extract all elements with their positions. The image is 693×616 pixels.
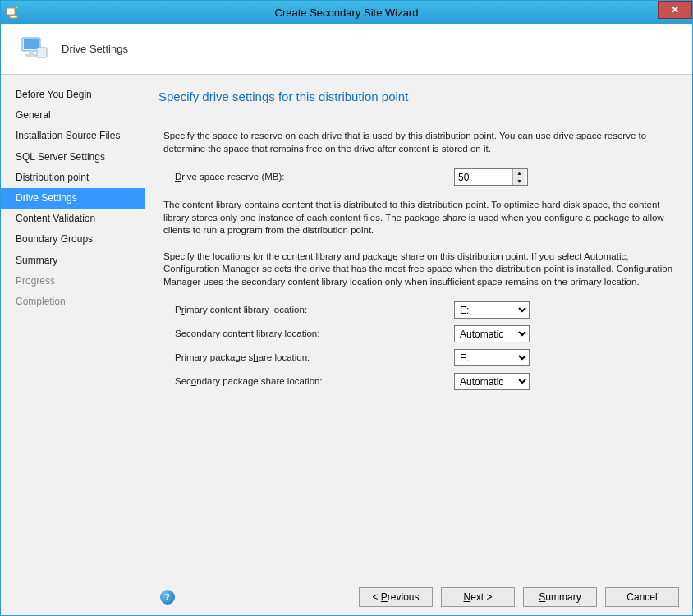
- wizard-sidebar: Before You Begin General Installation So…: [1, 75, 145, 579]
- spin-up-icon[interactable]: ▲: [513, 169, 525, 177]
- svg-point-2: [16, 7, 18, 9]
- intro-paragraph-3: Specify the locations for the content li…: [163, 251, 676, 289]
- sidebar-item-sql-server-settings[interactable]: SQL Server Settings: [1, 147, 145, 168]
- primary-share-row: Primary package share location: E:: [175, 349, 676, 366]
- sidebar-item-distribution-point[interactable]: Distribution point: [1, 168, 145, 188]
- secondary-share-select[interactable]: Automatic: [454, 373, 530, 390]
- intro-paragraph-2: The content library contains content tha…: [163, 199, 676, 237]
- titlebar: Create Secondary Site Wizard ✕: [1, 1, 692, 24]
- primary-content-label: Primary content library location:: [175, 304, 454, 317]
- svg-rect-6: [25, 54, 37, 57]
- wizard-header: Drive Settings: [1, 24, 692, 75]
- spin-down-icon[interactable]: ▼: [513, 177, 525, 185]
- secondary-content-label: Secondary content library location:: [175, 328, 454, 341]
- next-button[interactable]: Next >: [441, 587, 515, 607]
- primary-share-label: Primary package share location:: [175, 352, 454, 365]
- previous-button[interactable]: < Previous: [359, 587, 433, 607]
- sidebar-item-installation-source-files[interactable]: Installation Source Files: [1, 126, 145, 146]
- sidebar-item-before-you-begin[interactable]: Before You Begin: [1, 85, 145, 105]
- sidebar-item-content-validation[interactable]: Content Validation: [1, 209, 145, 229]
- help-icon[interactable]: ?: [160, 590, 175, 605]
- body: Before You Begin General Installation So…: [1, 75, 692, 579]
- sidebar-item-general[interactable]: General: [1, 105, 145, 126]
- primary-share-select[interactable]: E:: [454, 349, 530, 366]
- svg-rect-0: [7, 8, 15, 15]
- svg-rect-1: [10, 16, 17, 18]
- content-area: Specify the space to reserve on each dri…: [158, 130, 681, 397]
- intro-paragraph-1: Specify the space to reserve on each dri…: [163, 130, 676, 155]
- svg-rect-7: [37, 48, 47, 57]
- secondary-share-row: Secondary package share location: Automa…: [175, 373, 676, 390]
- page-heading: Specify drive settings for this distribu…: [158, 90, 681, 103]
- svg-rect-4: [24, 39, 39, 49]
- drive-space-input[interactable]: [455, 169, 512, 185]
- drive-space-label: Drive space reserve (MB):: [175, 171, 454, 184]
- drive-space-row: Drive space reserve (MB): ▲ ▼: [175, 168, 676, 186]
- sidebar-item-completion: Completion: [1, 292, 145, 312]
- wizard-step-title: Drive Settings: [62, 43, 128, 55]
- secondary-content-row: Secondary content library location: Auto…: [175, 325, 676, 342]
- window-title: Create Secondary Site Wizard: [1, 7, 692, 19]
- svg-rect-5: [29, 51, 34, 54]
- sidebar-item-boundary-groups[interactable]: Boundary Groups: [1, 229, 145, 250]
- secondary-share-label: Secondary package share location:: [175, 375, 454, 388]
- main-panel: Specify drive settings for this distribu…: [145, 75, 692, 579]
- close-icon: ✕: [671, 4, 679, 16]
- wizard-footer: ? < Previous Next > Summary Cancel: [1, 579, 692, 615]
- secondary-content-select[interactable]: Automatic: [454, 325, 530, 342]
- cancel-button[interactable]: Cancel: [605, 587, 679, 607]
- close-button[interactable]: ✕: [658, 1, 692, 19]
- drive-space-spinner[interactable]: ▲ ▼: [454, 168, 528, 186]
- sidebar-item-progress: Progress: [1, 271, 145, 292]
- computer-icon: [17, 33, 50, 66]
- primary-content-row: Primary content library location: E:: [175, 301, 676, 319]
- sidebar-item-summary[interactable]: Summary: [1, 251, 145, 271]
- primary-content-select[interactable]: E:: [454, 301, 530, 319]
- wizard-system-icon: [4, 4, 21, 21]
- sidebar-item-drive-settings[interactable]: Drive Settings: [1, 188, 145, 209]
- summary-button[interactable]: Summary: [523, 587, 597, 607]
